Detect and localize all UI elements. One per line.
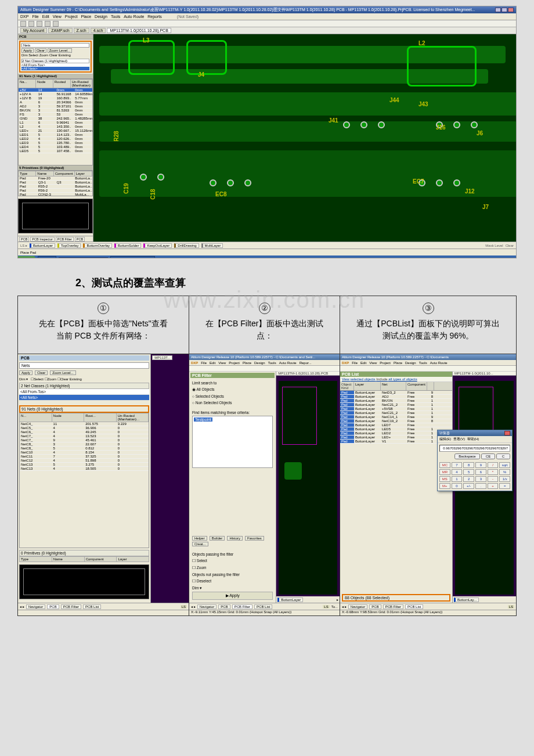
col-name[interactable]: Name <box>52 557 85 561</box>
menu-view[interactable]: View <box>53 15 62 19</box>
mode-dropdown[interactable]: Nets <box>19 362 149 369</box>
col-layer[interactable]: Layer <box>75 171 92 176</box>
select-checkbox[interactable]: Select <box>34 377 44 381</box>
pcblist-row[interactable]: PadBottomLayerLED2Free1 <box>340 431 452 435</box>
toolbar-button[interactable] <box>53 21 59 27</box>
net-row[interactable]: FS3530mm <box>19 113 92 117</box>
net-row[interactable]: NetC1353.2750 <box>20 463 149 467</box>
zoom-checkbox[interactable]: Zoom <box>197 566 207 570</box>
canvas-preview[interactable]: MP113TM-1.0(2011.10.28).PCB BottomLayer … <box>276 372 340 603</box>
close-icon[interactable] <box>504 431 510 435</box>
calc-key[interactable]: M+ <box>439 483 450 489</box>
toolbar-button[interactable] <box>37 21 42 27</box>
net-row[interactable]: LED+21130.667..15.1126mm <box>19 129 92 133</box>
calc-key[interactable]: 8 <box>463 462 474 468</box>
pcblist-row[interactable]: PadBottomLayerLED5Free1 <box>340 427 452 431</box>
pcblist-link-row[interactable]: View selected objects Include all types … <box>340 377 452 382</box>
calc-key[interactable]: * <box>488 469 499 475</box>
net-row[interactable]: NetC7_413.5230 <box>20 434 149 438</box>
pcblist-row[interactable]: PadBottomLayerNetC21_2Free1 <box>340 403 452 407</box>
menu-tools[interactable]: Tools <box>419 361 427 365</box>
clear-existing-checkbox[interactable]: Clear Existing <box>49 53 71 57</box>
pcblist-row[interactable]: PadBottomLayerNetC21_2Free1 <box>340 411 452 415</box>
tab-pcb[interactable]: PCB <box>218 604 230 609</box>
tab-doc[interactable]: 4.sch <box>91 28 106 33</box>
zoom-level-button[interactable]: Zoom Level... <box>50 370 75 375</box>
net-row[interactable]: NetC8_50.8120 <box>20 447 149 451</box>
net-row[interactable]: NetC13418.5050 <box>20 467 149 471</box>
calc-key[interactable]: 3 <box>475 476 486 482</box>
col-name[interactable]: Na... <box>19 80 36 88</box>
calc-key[interactable]: 4 <box>452 469 463 475</box>
pcblist-row[interactable]: PadBottomLayerNetC19_2Free8 <box>340 419 452 423</box>
calc-key[interactable]: 1 <box>452 476 463 482</box>
calc-key[interactable]: . <box>475 483 486 489</box>
zoom-level-button[interactable]: Zoom Level... <box>48 48 72 53</box>
create-button[interactable]: Creat... <box>192 542 208 546</box>
zoom-checkbox[interactable]: Zoom <box>48 377 56 381</box>
menu-dxp[interactable]: DXP <box>342 361 349 365</box>
tab-my-account[interactable]: My Account <box>20 28 47 33</box>
primitive-row[interactable]: PadCON2-3MultiLa... <box>19 193 92 196</box>
select-checkbox[interactable]: Select <box>28 53 38 57</box>
tab-navigator[interactable]: Navigator <box>348 604 368 609</box>
tab-pcb-list[interactable]: PCB List <box>254 604 272 609</box>
calc-key[interactable]: % <box>499 469 510 475</box>
pcblist-row[interactable]: PadBottomLayerV1Free1 <box>340 440 452 444</box>
radio-selected[interactable]: Selected Objects <box>196 394 224 398</box>
menu-reports[interactable]: Repor... <box>300 361 312 365</box>
primitive-row[interactable]: PadQ3-1Q3BottomLa... <box>19 181 92 185</box>
net-row[interactable]: NetC4_11201.5753.229 <box>20 422 149 426</box>
dim-dropdown[interactable]: Dim <box>19 377 26 381</box>
calc-key[interactable]: + <box>488 483 499 489</box>
col-object-kind[interactable]: Object Kind <box>340 382 354 390</box>
clear-button[interactable]: Clear <box>35 48 46 53</box>
net-row[interactable]: LED45103.489..0mm <box>19 145 92 149</box>
net-row[interactable]: LED35135.780..0mm <box>19 141 92 145</box>
menu-tools[interactable]: Tools <box>111 15 120 19</box>
tab-overlay-icon[interactable]: To... <box>331 605 338 609</box>
col-layer[interactable]: Layer <box>117 557 149 561</box>
menu-autoroute[interactable]: Auto Route <box>279 361 297 365</box>
dim-dropdown[interactable]: Dim <box>21 53 28 57</box>
net-row[interactable]: NetC6_449.2450 <box>20 430 149 434</box>
layer-tab-bottom[interactable]: BottomLayer <box>277 597 303 602</box>
taskbar-button[interactable]: Altium Designer Sum... <box>59 257 109 259</box>
layer-tab-bottomsolder[interactable]: BottomSolder <box>114 243 141 248</box>
toolbar-button[interactable] <box>28 21 34 27</box>
col-layer[interactable]: Layer <box>354 382 381 390</box>
tab-pcb-list[interactable]: PCB List <box>405 604 423 609</box>
calc-key[interactable]: +/- <box>463 483 474 489</box>
menu-tools[interactable]: Tools <box>268 361 276 365</box>
calculator-window[interactable]: 计算器 编辑(E) 查看(V) 帮助(H) 0.9670329670329670… <box>437 430 513 491</box>
query-textarea[interactable]: Testpoint <box>192 416 273 468</box>
calc-key[interactable]: = <box>499 483 510 489</box>
net-row[interactable]: NetC1048.1540 <box>20 451 149 455</box>
net-row[interactable]: LED24120.626..0mm <box>19 137 92 141</box>
col-routed[interactable]: Rout... <box>84 413 117 422</box>
calc-key[interactable]: MR <box>439 469 450 475</box>
net-row[interactable]: L169.969410mm <box>19 121 92 125</box>
col-component[interactable]: Component <box>406 382 427 390</box>
calc-key[interactable]: / <box>488 462 499 468</box>
calc-menu-view[interactable]: 查看(V) <box>453 437 465 442</box>
taskbar-button[interactable]: Altium Designer学... <box>110 256 154 258</box>
primitive-row[interactable]: PadFree-20BottomLa... <box>19 177 92 181</box>
tab-pcb-filter[interactable]: PCB Filter <box>61 604 81 609</box>
tab-doc[interactable]: ZAMP.sch <box>48 28 72 33</box>
calc-key-c[interactable]: C <box>496 453 510 459</box>
net-row[interactable]: NetC8_322.6070 <box>20 442 149 447</box>
maximize-icon[interactable] <box>501 8 507 12</box>
doc-tab[interactable]: MP113TM-1.0(2011.10... <box>453 372 516 376</box>
tab-navigator[interactable]: Navigator <box>26 604 46 609</box>
calc-key[interactable]: sqrt <box>499 462 510 468</box>
taskbar-button[interactable]: 嘉立.. <box>38 256 56 258</box>
mode-dropdown[interactable]: Nets <box>21 43 89 48</box>
menu-edit[interactable]: Edit <box>42 15 49 19</box>
builder-button[interactable]: Builder <box>210 536 225 541</box>
pcblist-row[interactable]: PadBottomLayerBK/ONFree1 <box>340 399 452 403</box>
layer-tab-bottom[interactable]: BottomLayer <box>30 243 55 248</box>
menu-dxp[interactable]: DXP <box>20 15 28 19</box>
tab-doc[interactable]: Z.sch <box>74 28 89 33</box>
col-node[interactable]: Node <box>36 80 53 88</box>
